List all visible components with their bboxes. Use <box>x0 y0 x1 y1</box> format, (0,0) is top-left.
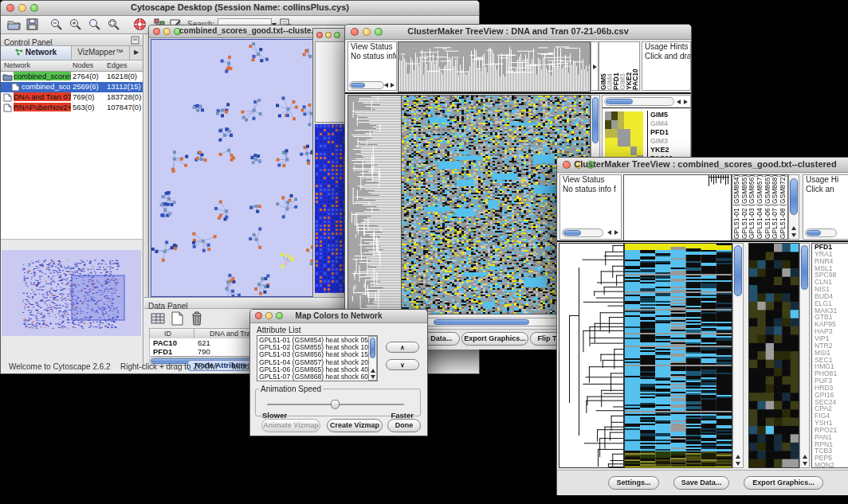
matrix-cell[interactable] <box>611 111 618 120</box>
save-data-button[interactable]: Save Data... <box>673 476 729 490</box>
scroll-thumb[interactable] <box>370 338 375 358</box>
attribute-list-item[interactable]: GPL51-01 (GSM854) heat shock 05 min <box>259 337 375 344</box>
tv1-status-hscrollbar[interactable] <box>349 81 384 89</box>
matrix-cell[interactable] <box>611 129 618 138</box>
move-up-button[interactable]: ∧ <box>386 342 419 353</box>
float-panel-icon[interactable] <box>131 36 139 45</box>
network-row[interactable]: combined_scores2764(0)16218(0) <box>1 72 143 82</box>
minimize-icon[interactable] <box>325 32 332 38</box>
scroll-thumb[interactable] <box>807 230 821 236</box>
close-icon[interactable] <box>316 32 323 38</box>
scroll-thumb[interactable] <box>434 319 529 325</box>
export-graphics-button[interactable]: Export Graphics... <box>744 476 823 490</box>
animation-speed-slider[interactable] <box>267 400 404 409</box>
matrix-cell[interactable] <box>618 138 624 147</box>
tv2-labels-vscrollbar[interactable] <box>788 174 799 240</box>
done-button[interactable]: Done <box>387 419 421 432</box>
animate-vizmap-button[interactable]: Animate Vizmap <box>261 419 320 432</box>
attribute-list-item[interactable]: GPL51-02 (GSM855) heat shock 10 min <box>259 344 375 351</box>
scroll-down-icon[interactable] <box>371 375 375 379</box>
new-doc-icon[interactable] <box>171 311 183 326</box>
matrix-cell[interactable] <box>637 138 643 147</box>
tv2-row-dendrogram[interactable] <box>559 243 624 468</box>
settings-button[interactable]: Settings... <box>608 476 659 490</box>
network-row[interactable]: combined_sco2569(6)13112(15) <box>1 82 143 92</box>
scroll-thumb[interactable] <box>801 245 808 290</box>
matrix-cell[interactable] <box>624 120 630 129</box>
export-graphics-button[interactable]: Export Graphics... <box>461 332 528 346</box>
matrix-cell[interactable] <box>624 111 630 120</box>
matrix-cell[interactable] <box>605 120 611 129</box>
matrix-cell[interactable] <box>605 147 611 155</box>
table-icon[interactable] <box>151 312 165 325</box>
matrix-cell[interactable] <box>605 111 611 120</box>
scroll-left-icon[interactable] <box>677 100 681 104</box>
matrix-cell[interactable] <box>618 147 624 155</box>
tv1-column-dendrogram[interactable] <box>398 41 591 92</box>
open-folder-icon[interactable] <box>7 18 21 30</box>
matrix-cell[interactable] <box>637 120 643 129</box>
matrix-cell[interactable] <box>611 138 618 147</box>
zoom-in-icon[interactable] <box>69 18 82 31</box>
tv2-status-hscrollbar[interactable] <box>562 229 603 237</box>
scroll-left-icon[interactable] <box>384 83 388 88</box>
scroll-left-icon[interactable] <box>607 230 611 235</box>
matrix-cell[interactable] <box>618 120 624 129</box>
gene-label[interactable]: MON2 <box>815 462 848 468</box>
matrix-cell[interactable] <box>624 147 630 155</box>
matrix-cell[interactable] <box>630 129 637 138</box>
treeview2-title-bar[interactable]: ClusterMaker TreeView : combined_scores_… <box>557 158 848 173</box>
attribute-list-item[interactable]: GPL51-07 (GSM868) heat shock 60 min <box>259 373 375 381</box>
tab-network[interactable]: Network <box>1 46 72 60</box>
scroll-down-icon[interactable] <box>736 462 740 466</box>
tv2-gene-list[interactable]: PFD1YRA1RNR4MSL1SPC98CLN1NIS1BUD4ELG1MAK… <box>811 243 848 468</box>
scroll-up-icon[interactable] <box>803 455 807 459</box>
zoom-selected-icon[interactable] <box>88 18 101 31</box>
tv2-heatmap[interactable] <box>624 243 732 468</box>
scroll-thumb[interactable] <box>606 99 633 104</box>
save-icon[interactable] <box>26 18 38 30</box>
dense-network-canvas[interactable] <box>315 124 347 293</box>
dialog-title-bar[interactable]: Map Colors to Network <box>250 310 427 323</box>
scroll-thumb[interactable] <box>563 230 581 236</box>
tv2-column-dendrogram[interactable] <box>623 174 732 241</box>
tab-vizmapper[interactable]: VizMapper™ <box>72 46 130 60</box>
treeview1-title-bar[interactable]: ClusterMaker TreeView : DNA and Tran 07-… <box>345 25 691 40</box>
scroll-thumb[interactable] <box>351 83 365 88</box>
scroll-down-icon[interactable] <box>803 462 807 466</box>
tv2-genelist-vscrollbar[interactable] <box>799 243 810 468</box>
matrix-cell[interactable] <box>630 138 637 147</box>
matrix-cell[interactable] <box>624 129 630 138</box>
matrix-cell[interactable] <box>618 129 624 138</box>
expand-icon[interactable] <box>593 64 597 69</box>
create-vizmap-button[interactable]: Create Vizmap <box>327 419 383 432</box>
tv1-row-dendrogram[interactable] <box>347 95 402 315</box>
tab-overflow-arrow-icon[interactable]: ▶ <box>130 46 143 60</box>
scroll-right-icon[interactable] <box>391 83 395 88</box>
scroll-up-icon[interactable] <box>791 226 796 230</box>
matrix-cell[interactable] <box>630 120 637 129</box>
network-row[interactable]: RNAPuberNov2+563(0)107847(0) <box>1 103 143 113</box>
matrix-cell[interactable] <box>624 138 630 147</box>
matrix-cell[interactable] <box>605 138 611 147</box>
attribute-list-item[interactable]: GPL51-03 (GSM856) heat shock 15 min <box>259 351 375 358</box>
attribute-list-vscrollbar[interactable] <box>368 336 377 381</box>
matrix-cell[interactable] <box>618 111 624 120</box>
birdseye-view[interactable] <box>2 250 141 336</box>
matrix-cell[interactable] <box>630 147 637 155</box>
scroll-down-icon[interactable] <box>791 233 796 237</box>
matrix-cell[interactable] <box>637 147 643 155</box>
attribute-list-item[interactable]: GPL51-06 (GSM865) heat shock 40 min <box>259 366 375 373</box>
network-row[interactable]: DNA and Tran 07769(0)183728(0) <box>1 92 143 103</box>
scroll-thumb[interactable] <box>592 97 599 143</box>
scroll-right-icon[interactable] <box>614 230 618 235</box>
slider-thumb[interactable] <box>331 400 340 409</box>
help-ring-icon[interactable] <box>133 18 147 31</box>
matrix-cell[interactable] <box>637 129 643 138</box>
zoom-window-icon[interactable] <box>334 32 340 38</box>
move-down-button[interactable]: ∨ <box>386 359 419 370</box>
zoom-fit-icon[interactable] <box>108 18 120 31</box>
delete-icon[interactable] <box>190 311 203 326</box>
matrix-cell[interactable] <box>605 129 611 138</box>
matrix-cell[interactable] <box>637 111 643 120</box>
